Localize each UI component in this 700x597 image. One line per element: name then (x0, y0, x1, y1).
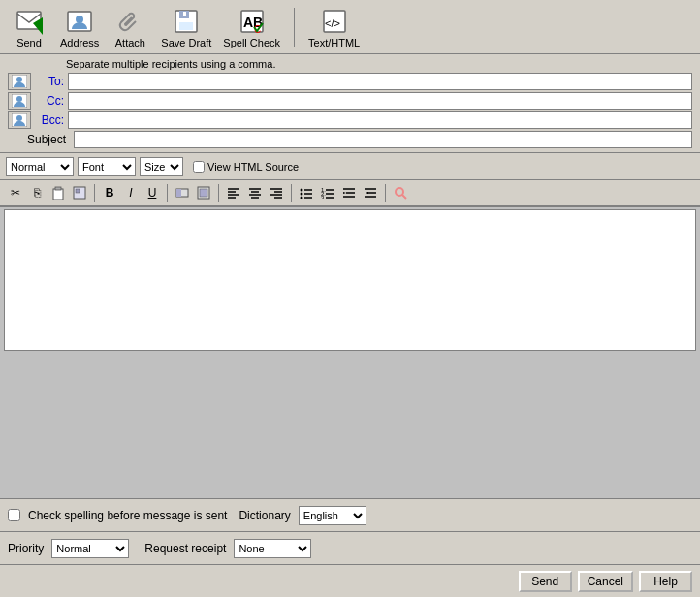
bcc-row: Bcc: (8, 111, 692, 129)
underline-button[interactable]: U (143, 183, 162, 203)
edit-sep-1 (94, 184, 95, 202)
to-address-book-icon[interactable] (8, 73, 31, 90)
list-indent-button[interactable] (339, 183, 359, 203)
attach-icon (114, 6, 145, 37)
svg-line-58 (402, 195, 406, 199)
align-right-button[interactable] (267, 183, 286, 203)
hint-text: Separate multiple recipients using a com… (8, 58, 692, 70)
italic-button[interactable]: I (121, 183, 141, 203)
style-block-button[interactable] (173, 183, 192, 203)
svg-point-57 (396, 188, 403, 196)
paste-button[interactable] (48, 183, 68, 203)
font-select[interactable]: Font Arial Times New Roman (78, 157, 136, 176)
svg-text:3.: 3. (321, 195, 326, 199)
main-content: Separate multiple recipients using a com… (0, 54, 700, 597)
spell-check-before-send-label: Check spelling before message is sent (28, 509, 227, 522)
svg-point-43 (301, 197, 303, 200)
spell-check-icon: AB C (237, 6, 268, 37)
edit-sep-3 (218, 184, 219, 202)
spell-check-button[interactable]: AB C Spell Check (221, 4, 282, 50)
save-draft-icon (171, 6, 202, 37)
view-html-text: View HTML Source (207, 161, 299, 173)
dictionary-select[interactable]: English French German Spanish (299, 506, 366, 525)
send-button[interactable]: Send (8, 4, 50, 50)
svg-rect-26 (200, 189, 207, 197)
view-html-checkbox[interactable] (193, 161, 205, 173)
cc-input[interactable] (68, 92, 692, 110)
edit-toolbar: ✂ ⎘ B I U (0, 180, 700, 207)
view-html-label[interactable]: View HTML Source (193, 161, 299, 173)
svg-text:</>: </> (325, 17, 340, 29)
svg-rect-6 (179, 22, 193, 30)
svg-rect-24 (176, 189, 181, 197)
address-icon (64, 6, 95, 37)
align-left-button[interactable] (224, 183, 243, 203)
toolbar-separator (294, 8, 295, 47)
svg-rect-19 (53, 189, 63, 200)
recipients-area: Separate multiple recipients using a com… (0, 54, 700, 153)
unordered-list-button[interactable] (297, 183, 316, 203)
svg-point-14 (16, 77, 22, 82)
text-html-icon: </> (319, 6, 350, 37)
send-action-button[interactable]: Send (519, 571, 572, 592)
compose-wrapper (0, 207, 700, 353)
bcc-address-book-icon[interactable] (8, 111, 31, 129)
list-outdent-button[interactable] (361, 183, 380, 203)
bcc-label: Bcc: (33, 113, 64, 127)
attach-button[interactable]: Attach (109, 4, 151, 50)
copy-button[interactable]: ⎘ (27, 183, 47, 203)
svg-rect-22 (76, 189, 80, 193)
svg-point-41 (301, 193, 303, 196)
edit-sep-2 (167, 184, 168, 202)
compose-textarea[interactable] (5, 210, 695, 350)
cc-label: Cc: (33, 94, 64, 108)
cancel-button[interactable]: Cancel (578, 571, 633, 592)
compose-area (4, 209, 696, 351)
align-center-button[interactable] (245, 183, 265, 203)
dictionary-label: Dictionary (239, 509, 290, 522)
svg-point-39 (301, 189, 303, 192)
format-toolbar: Normal Heading 1 Heading 2 Font Arial Ti… (0, 153, 700, 180)
svg-rect-7 (183, 12, 186, 16)
bold-button[interactable]: B (100, 183, 119, 203)
find-button[interactable] (391, 183, 410, 203)
cut-button[interactable]: ✂ (6, 183, 25, 203)
edit-sep-5 (385, 184, 386, 202)
bcc-input[interactable] (68, 111, 692, 129)
svg-rect-20 (55, 187, 61, 190)
spell-check-before-send-checkbox[interactable] (8, 509, 20, 521)
to-label: To: (33, 75, 64, 88)
save-draft-button[interactable]: Save Draft (159, 4, 213, 50)
subject-label: Subject (8, 133, 66, 146)
receipt-select[interactable]: None Yes (234, 539, 311, 558)
svg-point-18 (16, 115, 22, 121)
size-select[interactable]: Size 8 10 12 14 (140, 157, 183, 176)
main-toolbar: Send Address Attach Sav (0, 0, 700, 54)
priority-select[interactable]: Normal High Low (51, 539, 129, 558)
spell-check-bar: Check spelling before message is sent Di… (0, 498, 700, 531)
to-row: To: (8, 73, 692, 90)
subject-row: Subject (8, 131, 692, 148)
cc-address-book-icon[interactable] (8, 92, 31, 110)
format-button[interactable] (70, 183, 89, 203)
style-select[interactable]: Normal Heading 1 Heading 2 (6, 157, 74, 176)
spacer (0, 353, 700, 498)
request-receipt-label: Request receipt (144, 542, 226, 555)
text-html-button[interactable]: </> Text/HTML (306, 4, 362, 50)
svg-point-16 (16, 96, 22, 102)
priority-label: Priority (8, 542, 44, 555)
priority-bar: Priority Normal High Low Request receipt… (0, 531, 700, 564)
send-icon (14, 6, 45, 37)
address-button[interactable]: Address (58, 4, 101, 50)
svg-point-3 (76, 16, 83, 23)
ordered-list-button[interactable]: 1. 2. 3. (318, 183, 337, 203)
edit-sep-4 (291, 184, 292, 202)
to-input[interactable] (68, 73, 692, 90)
cc-row: Cc: (8, 92, 692, 110)
style-inline-button[interactable] (194, 183, 213, 203)
action-bar: Send Cancel Help (0, 564, 700, 597)
subject-input[interactable] (74, 131, 692, 148)
help-button[interactable]: Help (639, 571, 692, 592)
